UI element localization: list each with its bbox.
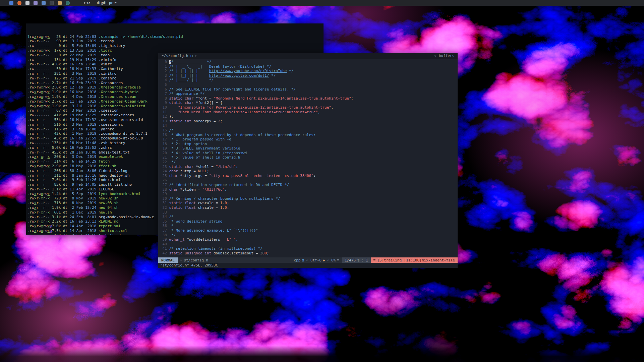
file-name: .vimrc [99,62,112,66]
file-date: 18 Mar 17:33 [70,67,96,71]
file-date: 16 Feb 23:40 [70,62,96,67]
image-viewer-icon[interactable] [34,1,38,5]
encoding-icon: ◆ [323,258,325,262]
file-owner: dt [63,196,67,201]
code-line: 2/* | | | || | http://www.youtube.com/c/… [160,69,458,73]
chat-icon[interactable] [66,1,70,5]
line-number: 24 [160,169,167,174]
file-size: 99 [52,39,61,44]
file-date: 18 Mar 17:32 [70,118,96,122]
file-permissions: .rw-r--r-- [27,169,52,173]
file-name: .teensy [99,39,114,43]
file-owner: dt [63,201,67,205]
file-owner: dt [63,155,67,159]
file-date: 11 Apr 2019 [70,187,96,192]
line-number: 28 [160,187,167,192]
file-permissions: .rw-r--r-- [27,215,52,220]
line-number: 12 [160,114,167,119]
file-name: .xsession [99,108,119,113]
line-number: 41 [160,246,167,251]
file-date: 30 Jan 8:06 [70,169,96,173]
file-row: lrwxrwxrwx 25dt24 Feb 22:03.steampid -> … [27,35,324,39]
line-number: 39 [160,237,167,242]
code-line: 25char *stty_args = "stty raw pass8 nl -… [160,174,458,178]
file-size: 7.5k [52,229,61,233]
file-date: 19 Mar 15:29 [70,58,96,62]
file-name: README.md [99,219,119,224]
file-name: new.sh [99,210,112,215]
file-size: 281 [52,71,61,76]
code-line: 28char *vtiden = "\033[?6c"; [160,187,458,192]
window-title: dt@dt-pc:~ [97,1,117,5]
file-owner: dt [63,182,67,187]
file-owner: dt [63,233,67,235]
file-date: 3 Dec 2019 [70,155,96,159]
file-date: 5 Sep 2019 [70,192,96,196]
file-permissions: .rw-r--r-- [27,53,52,58]
tab-modified-icon: ⊟ [190,54,193,58]
code-line: 27/* identification sequence returned in… [160,183,458,187]
buffers-label[interactable]: buffers [439,54,454,58]
file-owner: dt [63,113,67,118]
tab-config-h[interactable]: ~/s/config.h [162,54,188,58]
line-number: 42 [160,251,167,256]
app-blue-icon[interactable] [9,1,13,5]
scroll-icon: ≡ [337,258,339,262]
file-name: .Xresources-hybrid [99,90,138,94]
line-number: 20 [160,151,167,156]
file-size: 133k [52,141,61,145]
line-number: 6 [160,87,167,92]
file-size: 42k [52,131,61,136]
firefox-icon[interactable] [17,1,21,5]
file-size: 206 [52,169,61,173]
file-permissions: .rwxrwxrwx [27,90,52,95]
file-name: .steampid [99,35,119,39]
file-owner: dt [63,108,67,113]
code-line: 4/* |____/ |_| */ [160,78,458,82]
file-size: 5.6k [52,145,61,150]
code-line: 37 * More advanced example: L" `'\"()[]{… [160,228,458,233]
file-owner: dt [63,44,67,48]
file-permissions: .rw-r--r-- [27,136,52,141]
display-icon[interactable] [50,1,54,5]
screen-recorder-icon[interactable] [42,1,46,5]
file-name: new-04.sh [99,205,119,210]
file-name: .Xresources [99,81,123,85]
code-line: 5 [160,82,458,87]
code-line: 40 [160,242,458,247]
file-name: report.xml [99,224,121,228]
file-date: 16 Feb 23:52 [70,145,96,150]
file-size: 1.9k [52,95,61,99]
file-date: 2 Feb 15:24 [70,205,96,210]
right-terminal-vim[interactable]: ~/s/config.h ⊟ > < buffers 0/* ____ ____… [158,53,458,268]
file-name: .xsessionrc [99,122,123,127]
text-editor-icon[interactable] [25,1,30,5]
line-number: 18 [160,142,167,146]
file-date: 16 Feb 23:13 [70,219,96,224]
statusline-filetype: cpp [294,258,301,262]
file-owner: dt [63,127,67,132]
file-manager-icon[interactable] [58,1,62,5]
file-owner: dt [63,95,67,99]
line-number: 4 [160,78,167,82]
file-size: 2.9k [52,164,61,169]
file-date: 14 Apr 2018 [70,224,96,229]
statusline-encoding: utf-8 [310,258,321,262]
file-name: .Xresources-solarized [99,104,145,108]
file-date: 4 Dec 2018 [70,95,96,99]
file-permissions: .rwxrwxrwx [27,164,52,169]
code-line: 21 * 5: value of shell in config.h [160,155,458,160]
file-owner: dt [63,53,67,58]
file-date: 12 Feb 2019 [70,85,96,90]
file-name: ffcat.sh [99,164,116,168]
file-owner: dt [63,99,67,104]
file-owner: dt [63,136,67,141]
file-date: 28 Jan 18:08 [70,150,96,155]
file-size: 1.9k [52,205,61,210]
code-line: 41/* selection timeouts (in milliseconds… [160,246,458,251]
file-permissions: .rwxrwxrwx [27,192,52,196]
line-icon: ¶ [357,258,360,262]
line-number: 25 [160,174,167,178]
file-size: 7.0k [52,224,61,229]
file-name: .xsession-errors.old [99,118,143,122]
